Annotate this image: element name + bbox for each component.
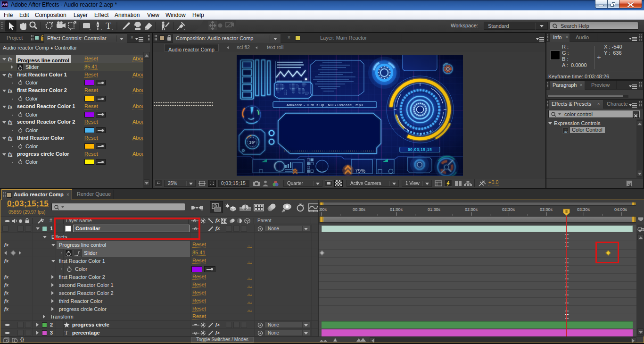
svg-text:T: T: [106, 21, 111, 31]
